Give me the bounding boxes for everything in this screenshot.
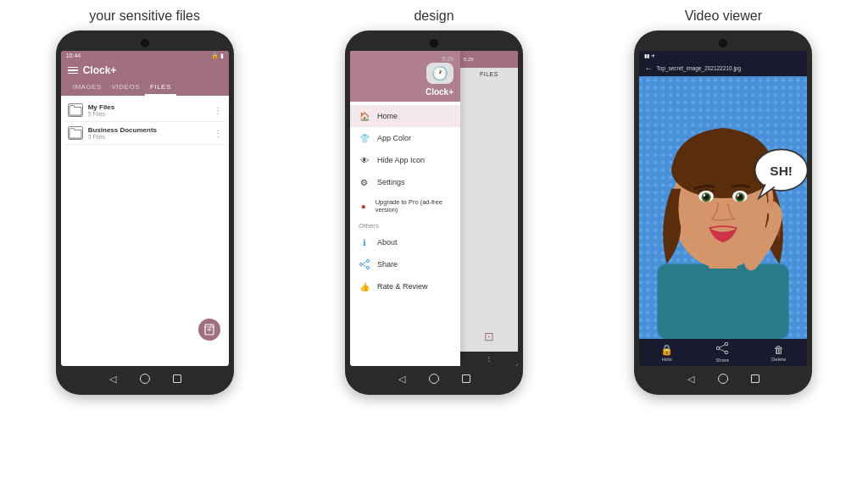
tab-videos[interactable]: VIDEOS: [107, 80, 145, 96]
svg-line-4: [362, 262, 366, 263]
svg-line-27: [720, 345, 725, 347]
phone1-tabbar: IMAGES VIDEOS FILES: [61, 80, 229, 96]
hide-action[interactable]: 🔒 Hide: [660, 344, 673, 362]
app-icon-clock: 🕐: [426, 63, 453, 84]
drawer-share[interactable]: Share: [350, 253, 460, 275]
home-icon: 🏠: [359, 110, 370, 122]
folder-icon-2: [68, 126, 83, 140]
svg-point-1: [366, 260, 369, 263]
tab-files[interactable]: FILES: [145, 80, 176, 96]
svg-line-28: [720, 349, 725, 352]
phone3-screen: ▮▮ ✈ ← Top_secret_image_202122210.jpg: [639, 51, 807, 366]
phone2-camera: [430, 39, 438, 47]
drawer-section-others: Others: [350, 219, 460, 231]
panel-design: design 5:29 🕐 Clock+ 🏠 Home 👕: [289, 0, 578, 488]
about-icon: ℹ: [359, 236, 370, 248]
drawer-about[interactable]: ℹ About: [350, 231, 460, 253]
home-button-1[interactable]: [137, 371, 153, 386]
panel2-title: design: [414, 8, 453, 24]
svg-point-26: [725, 351, 728, 354]
svg-point-17: [704, 194, 706, 197]
svg-text:SH!: SH!: [771, 164, 793, 178]
back-button-1[interactable]: ◁: [105, 371, 120, 386]
phone1-screen: 10:44 🔒 ▮ Clock+ IMAGES VIDEOS FILES: [61, 51, 229, 366]
hamburger-menu[interactable]: [68, 67, 78, 75]
right-files-label: FILES: [480, 71, 498, 77]
phone1-navbar: ◁: [61, 371, 229, 386]
panel-files: your sensitive files 10:44 🔒 ▮ Clock+ IM…: [0, 0, 289, 488]
home-button-2[interactable]: [426, 371, 442, 386]
phone1-camera: [141, 39, 149, 47]
file2-name: Business Documents: [88, 126, 157, 134]
phone3-camera: [719, 39, 727, 47]
drawer-menu: 🏠 Home 👕 App Color 👁 Hide App Icon ⚙ Set…: [350, 102, 460, 366]
phone1-app-title: Clock+: [83, 64, 117, 76]
back-arrow-icon[interactable]: ←: [644, 64, 653, 73]
hideicon-icon: 👁: [359, 154, 370, 166]
svg-point-24: [725, 342, 728, 346]
svg-point-25: [716, 347, 720, 350]
svg-point-21: [737, 194, 740, 197]
drawer-upgrade[interactable]: ● Upgrade to Pro (ad-free version): [350, 193, 460, 219]
recents-button-2[interactable]: [459, 371, 474, 386]
phone3-navbar: ◁: [639, 371, 807, 386]
viewer-statusbar: ▮▮ ✈: [639, 51, 807, 60]
hide-icon: 🔒: [660, 344, 673, 356]
share-icon: [359, 258, 370, 270]
file-item-myfiles[interactable]: My Files 5 Files ⋮: [64, 99, 225, 122]
svg-point-2: [359, 263, 362, 266]
hamburger-line2: [68, 69, 78, 71]
home-button-3[interactable]: [715, 371, 731, 386]
hamburger-line1: [68, 67, 78, 69]
phone1-icons: 🔒 ▮: [211, 53, 224, 59]
file2-menu[interactable]: ⋮: [214, 129, 222, 138]
file1-name: My Files: [88, 103, 115, 111]
panel1-title: your sensitive files: [89, 8, 200, 24]
recents-button-1[interactable]: [170, 371, 185, 386]
back-button-3[interactable]: ◁: [683, 371, 698, 386]
phone2-status: 5:29: [442, 56, 453, 62]
viewer-status-icons: ▮▮ ✈: [644, 53, 655, 58]
drawer-rate[interactable]: 👍 Rate & Review: [350, 275, 460, 297]
phone2-navbar: ◁: [350, 371, 518, 386]
appcolor-icon: 👕: [359, 132, 370, 144]
phone1-statusbar: 10:44 🔒 ▮: [61, 51, 229, 61]
upgrade-icon: ●: [359, 200, 369, 212]
phone1-time: 10:44: [66, 53, 81, 59]
pop-art-image: SH!: [639, 76, 807, 339]
share-action[interactable]: Share: [715, 342, 729, 363]
drawer-home[interactable]: 🏠 Home: [350, 105, 460, 127]
file1-menu[interactable]: ⋮: [214, 106, 222, 115]
drawer-hideicon[interactable]: 👁 Hide App Icon: [350, 149, 460, 171]
right-fab: ⊡: [484, 330, 494, 343]
phone2: 5:29 🕐 Clock+ 🏠 Home 👕 App Color 👁: [345, 30, 523, 395]
panel-viewer: Video viewer ▮▮ ✈ ← Top_secret_image_202…: [579, 0, 868, 488]
delete-icon: 🗑: [774, 344, 784, 356]
viewer-image-area: SH!: [639, 76, 807, 339]
viewer-toolbar: ← Top_secret_image_202122210.jpg: [639, 60, 807, 76]
tab-images[interactable]: IMAGES: [68, 80, 107, 96]
phone1-appheader: Clock+: [61, 61, 229, 80]
phone1: 10:44 🔒 ▮ Clock+ IMAGES VIDEOS FILES: [56, 30, 234, 395]
svg-rect-10: [658, 263, 789, 339]
phone2-screen: 5:29 🕐 Clock+ 🏠 Home 👕 App Color 👁: [350, 51, 518, 366]
menu-app-name: Clock+: [426, 87, 453, 97]
settings-icon: ⚙: [359, 176, 370, 188]
file-item-business[interactable]: Business Documents 3 Files ⋮: [64, 122, 225, 145]
svg-line-5: [362, 265, 366, 267]
fab-icon: [203, 324, 215, 336]
hamburger-line3: [68, 73, 78, 75]
delete-action[interactable]: 🗑 Delete: [771, 344, 786, 362]
panel3-title: Video viewer: [685, 8, 762, 24]
file2-count: 3 Files: [88, 134, 157, 140]
right-three-dots: ⋮: [486, 355, 492, 363]
back-button-2[interactable]: ◁: [394, 371, 409, 386]
rate-icon: 👍: [359, 280, 370, 292]
folder-icon-1: [68, 103, 83, 117]
drawer-appcolor[interactable]: 👕 App Color: [350, 127, 460, 149]
viewer-bottom-bar: 🔒 Hide Share 🗑 Delete: [639, 339, 807, 366]
drawer-settings[interactable]: ⚙ Settings: [350, 171, 460, 193]
recents-button-3[interactable]: [748, 371, 763, 386]
share-action-icon: [716, 342, 728, 357]
fab-button[interactable]: [198, 319, 220, 341]
